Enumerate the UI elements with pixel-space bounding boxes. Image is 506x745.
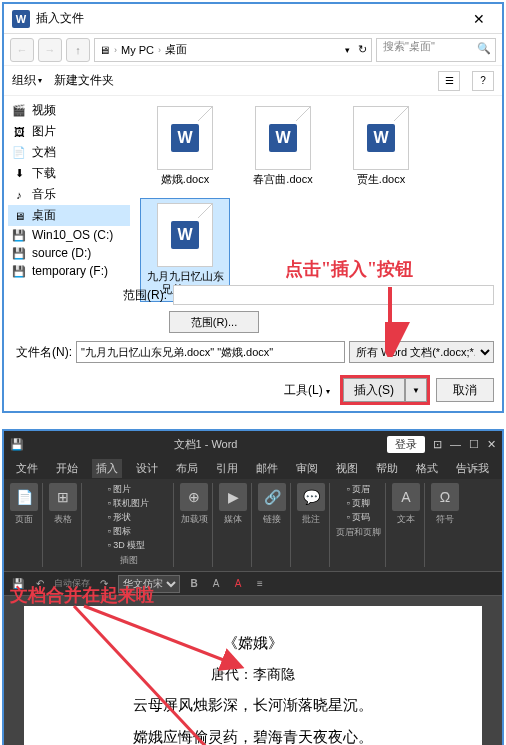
ribbon-item[interactable]: ▫ 图标	[108, 525, 150, 538]
ribbon-item[interactable]: ▫ 联机图片	[108, 497, 150, 510]
ribbon-tab[interactable]: 插入	[92, 459, 122, 478]
minimize-icon[interactable]: —	[450, 438, 461, 451]
dialog-title: 插入文件	[36, 10, 464, 27]
dropdown-icon[interactable]: ▾	[345, 45, 350, 55]
sidebar-label: 视频	[32, 102, 56, 119]
up-button[interactable]: ↑	[66, 38, 90, 62]
ribbon-group-text: A 文本	[388, 483, 425, 567]
forward-button[interactable]: →	[38, 38, 62, 62]
ribbon-tab[interactable]: 引用	[212, 459, 242, 478]
range-input[interactable]	[173, 285, 494, 305]
poem-author-1: 唐代：李商隐	[54, 660, 452, 688]
ribbon-tab[interactable]: 告诉我	[452, 459, 493, 478]
ribbon-tab[interactable]: 邮件	[252, 459, 282, 478]
filename-input[interactable]	[76, 341, 345, 363]
font-color-icon[interactable]: A	[230, 576, 246, 592]
sidebar-item[interactable]: ⬇下载	[8, 163, 130, 184]
ribbon-item[interactable]: ▫ 3D 模型	[108, 539, 150, 552]
ribbon-tab[interactable]: 格式	[412, 459, 442, 478]
ribbon-group-media: ▶ 媒体	[215, 483, 252, 567]
ribbon-tab[interactable]: 审阅	[292, 459, 322, 478]
align-icon[interactable]: ≡	[252, 576, 268, 592]
ribbon-group-illustrations: ▫ 图片▫ 联机图片▫ 形状▫ 图标▫ 3D 模型 插图	[84, 483, 174, 567]
poem-line: 嫦娥应悔偷灵药，碧海青天夜夜心。	[54, 722, 452, 745]
media-icon[interactable]: ▶	[219, 483, 247, 511]
path-sep-icon: ›	[158, 45, 161, 55]
word-window: 💾 文档1 - Word 登录 ⊡ — ☐ ✕ 文件开始插入设计布局引用邮件审阅…	[2, 429, 504, 745]
insert-dropdown[interactable]: ▼	[405, 378, 427, 402]
ribbon-tab[interactable]: 文件	[12, 459, 42, 478]
autosave-icon: 💾	[10, 438, 24, 451]
ribbon-tab[interactable]: 开始	[52, 459, 82, 478]
text-icon[interactable]: A	[392, 483, 420, 511]
sidebar-item[interactable]: 🖥桌面	[8, 205, 130, 226]
help-button[interactable]: ?	[472, 71, 494, 91]
table-icon[interactable]: ⊞	[49, 483, 77, 511]
path-root[interactable]: My PC	[121, 44, 154, 56]
tools-menu[interactable]: 工具(L) ▾	[284, 382, 330, 399]
folder-icon: 💾	[12, 264, 26, 278]
ribbon-group-links: 🔗 链接	[254, 483, 291, 567]
back-button[interactable]: ←	[10, 38, 34, 62]
ribbon-item[interactable]: ▫ 页眉	[347, 483, 371, 496]
close-button[interactable]: ✕	[464, 9, 494, 29]
sidebar-item[interactable]: 📄文档	[8, 142, 130, 163]
sidebar-item[interactable]: 💾temporary (F:)	[8, 262, 130, 280]
folder-icon: 🎬	[12, 104, 26, 118]
ribbon-tab[interactable]: 设计	[132, 459, 162, 478]
ribbon: 📄 页面 ⊞ 表格 ▫ 图片▫ 联机图片▫ 形状▫ 图标▫ 3D 模型 插图 ⊕…	[4, 479, 502, 572]
cancel-button[interactable]: 取消	[436, 378, 494, 402]
view-mode-button[interactable]: ☰	[438, 71, 460, 91]
range-button[interactable]: 范围(R)...	[169, 311, 259, 333]
ribbon-tab[interactable]: 视图	[332, 459, 362, 478]
refresh-icon[interactable]: ↻	[358, 43, 367, 56]
login-button[interactable]: 登录	[387, 436, 425, 453]
docx-icon: W	[157, 106, 213, 170]
ribbon-options-icon[interactable]: ⊡	[433, 438, 442, 451]
folder-sidebar: 🎬视频🖼图片📄文档⬇下载♪音乐🖥桌面💾Win10_OS (C:)💾source …	[4, 96, 134, 281]
ribbon-tab[interactable]: 布局	[172, 459, 202, 478]
sidebar-item[interactable]: 💾source (D:)	[8, 244, 130, 262]
docx-icon: W	[255, 106, 311, 170]
ribbon-tab[interactable]: 帮助	[372, 459, 402, 478]
link-icon[interactable]: 🔗	[258, 483, 286, 511]
bold-icon[interactable]: B	[186, 576, 202, 592]
font-size-icon[interactable]: A	[208, 576, 224, 592]
document-page[interactable]: 《嫦娥》 唐代：李商隐 云母屏风烛影深，长河渐落晓星沉。 嫦娥应悔偷灵药，碧海青…	[24, 606, 482, 745]
sidebar-item[interactable]: 💾Win10_OS (C:)	[8, 226, 130, 244]
folder-icon: 💾	[12, 246, 26, 260]
insert-button[interactable]: 插入(S)	[343, 378, 405, 402]
new-folder-button[interactable]: 新建文件夹	[54, 72, 114, 89]
dialog-toolbar: 组织 ▾ 新建文件夹 ☰ ?	[4, 66, 502, 96]
maximize-icon[interactable]: ☐	[469, 438, 479, 451]
symbol-icon[interactable]: Ω	[431, 483, 459, 511]
path-current[interactable]: 桌面	[165, 42, 187, 57]
ribbon-item[interactable]: ▫ 页脚	[347, 497, 371, 510]
sidebar-item[interactable]: 🎬视频	[8, 100, 130, 121]
ribbon-group-addins: ⊕ 加载项	[176, 483, 213, 567]
comment-icon[interactable]: 💬	[297, 483, 325, 511]
addin-icon[interactable]: ⊕	[180, 483, 208, 511]
sidebar-label: 图片	[32, 123, 56, 140]
file-item[interactable]: W春宫曲.docx	[238, 102, 328, 190]
search-input[interactable]: 搜索"桌面"	[376, 38, 496, 62]
word-titlebar: 💾 文档1 - Word 登录 ⊡ — ☐ ✕	[4, 431, 502, 457]
sidebar-item[interactable]: ♪音乐	[8, 184, 130, 205]
ribbon-item[interactable]: ▫ 形状	[108, 511, 150, 524]
page-icon[interactable]: 📄	[10, 483, 38, 511]
ribbon-item[interactable]: ▫ 页码	[347, 511, 371, 524]
path-bar[interactable]: 🖥 › My PC › 桌面 ▾ ↻	[94, 38, 372, 62]
folder-icon: 🖥	[12, 209, 26, 223]
path-sep-icon: ›	[114, 45, 117, 55]
folder-icon: 📄	[12, 146, 26, 160]
organize-menu[interactable]: 组织 ▾	[12, 72, 42, 89]
folder-icon: 🖼	[12, 125, 26, 139]
filetype-select[interactable]: 所有 Word 文档(*.docx;*.doc)	[349, 341, 494, 363]
close-icon[interactable]: ✕	[487, 438, 496, 451]
arrow-to-insert	[385, 287, 415, 357]
ribbon-item[interactable]: ▫ 图片	[108, 483, 150, 496]
file-item[interactable]: W嫦娥.docx	[140, 102, 230, 190]
file-item[interactable]: W贾生.docx	[336, 102, 426, 190]
sidebar-item[interactable]: 💾dowload (G:)	[8, 280, 130, 281]
sidebar-item[interactable]: 🖼图片	[8, 121, 130, 142]
